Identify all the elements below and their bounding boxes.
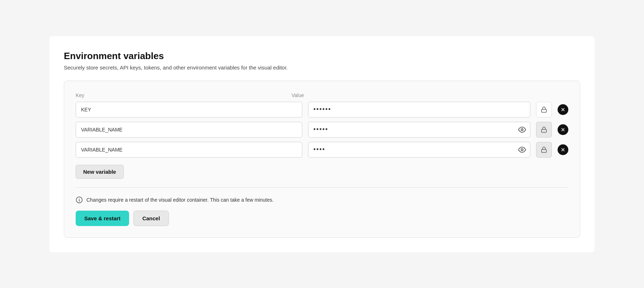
close-icon-2 bbox=[560, 127, 565, 132]
svg-rect-4 bbox=[541, 129, 546, 132]
page-subtitle: Securely store secrets, API keys, tokens… bbox=[64, 64, 580, 71]
key-input-3[interactable] bbox=[76, 142, 302, 158]
info-text: Changes require a restart of the visual … bbox=[86, 197, 274, 203]
col-header-value: Value bbox=[292, 92, 532, 98]
cancel-button[interactable]: Cancel bbox=[133, 211, 169, 226]
value-input-1[interactable] bbox=[308, 102, 530, 117]
value-input-2[interactable] bbox=[308, 122, 530, 138]
eye-button-3[interactable] bbox=[518, 146, 526, 154]
eye-icon-3 bbox=[518, 146, 526, 154]
close-icon-3 bbox=[560, 147, 565, 152]
value-input-3[interactable] bbox=[308, 142, 530, 158]
action-row: Save & restart Cancel bbox=[76, 211, 568, 226]
svg-rect-8 bbox=[541, 149, 546, 152]
svg-point-7 bbox=[521, 149, 523, 151]
value-wrapper-3 bbox=[308, 142, 530, 158]
lock-button-2[interactable] bbox=[536, 122, 552, 138]
page-title: Environment variables bbox=[64, 51, 580, 62]
key-input-1[interactable] bbox=[76, 102, 302, 117]
key-input-2[interactable] bbox=[76, 122, 302, 138]
lock-icon-1 bbox=[541, 106, 547, 113]
close-button-3[interactable] bbox=[558, 144, 568, 155]
variable-row-2 bbox=[76, 122, 568, 138]
env-variables-card: Key Value bbox=[64, 81, 580, 238]
variable-row bbox=[76, 102, 568, 117]
lock-button-1[interactable] bbox=[536, 102, 552, 117]
value-wrapper-1 bbox=[308, 102, 530, 117]
eye-icon-2 bbox=[518, 126, 526, 134]
svg-rect-0 bbox=[541, 109, 546, 112]
close-button-1[interactable] bbox=[558, 104, 568, 115]
new-variable-button[interactable]: New variable bbox=[76, 165, 124, 179]
svg-point-3 bbox=[521, 129, 523, 131]
variable-row-3 bbox=[76, 142, 568, 158]
eye-button-2[interactable] bbox=[518, 126, 526, 134]
value-wrapper-2 bbox=[308, 122, 530, 138]
info-row: Changes require a restart of the visual … bbox=[76, 196, 568, 203]
lock-icon-3 bbox=[541, 147, 547, 153]
close-button-2[interactable] bbox=[558, 124, 568, 135]
save-restart-button[interactable]: Save & restart bbox=[76, 211, 129, 226]
lock-icon-2 bbox=[541, 126, 547, 133]
lock-button-3[interactable] bbox=[536, 142, 552, 158]
close-icon-1 bbox=[560, 107, 565, 112]
col-header-key: Key bbox=[76, 92, 286, 98]
page-container: Environment variables Securely store sec… bbox=[49, 36, 595, 252]
col-headers: Key Value bbox=[76, 92, 568, 98]
divider bbox=[76, 187, 568, 188]
info-icon bbox=[76, 196, 83, 203]
